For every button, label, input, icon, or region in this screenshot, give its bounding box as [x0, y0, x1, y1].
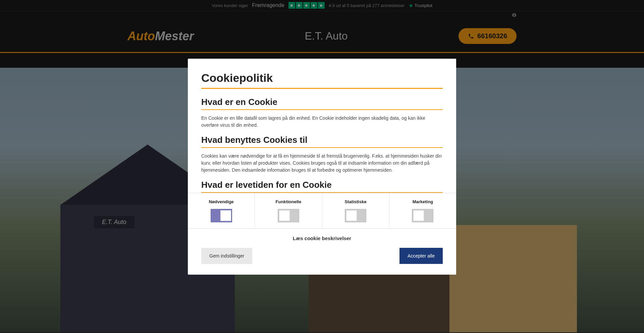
toggle-knob: [220, 210, 231, 221]
toggle-knob: [279, 210, 290, 221]
toggle-functional[interactable]: [278, 209, 299, 222]
toggle-label: Marketing: [393, 199, 453, 204]
cookie-section1-text: En Cookie er en lille datafil som lagres…: [201, 115, 443, 129]
toggle-knob: [413, 210, 424, 221]
toggle-label: Statistiske: [326, 199, 386, 204]
accept-all-button[interactable]: Accepter alle: [399, 248, 443, 264]
cookie-modal-overlay: Cookiepolitik Hvad er en Cookie En Cooki…: [0, 0, 644, 333]
toggle-item-necessary: Nødvendige: [188, 193, 255, 228]
toggle-statistical[interactable]: [345, 209, 366, 222]
cookie-modal: Cookiepolitik Hvad er en Cookie En Cooki…: [188, 59, 456, 275]
cookie-modal-content: Cookiepolitik Hvad er en Cookie En Cooki…: [188, 59, 456, 193]
toggle-item-statistical: Statistiske: [322, 193, 389, 228]
toggle-item-marketing: Marketing: [389, 193, 456, 228]
cookie-section3-title: Hvad er levetiden for en Cookie: [201, 180, 443, 193]
cookie-section2-text: Cookies kan være nødvendige for at få en…: [201, 153, 443, 174]
save-settings-button[interactable]: Gem indstillinger: [201, 248, 252, 264]
cookie-toggle-section: Nødvendige Funktionelle Statistiske Mark…: [188, 193, 456, 229]
cookie-section1-title: Hvad er en Cookie: [201, 97, 443, 110]
toggle-item-functional: Funktionelle: [255, 193, 322, 228]
toggle-necessary[interactable]: [211, 209, 232, 222]
read-cookie-descriptions-link[interactable]: Læs cookie beskrivelser: [188, 229, 456, 248]
cookie-modal-title: Cookiepolitik: [201, 71, 443, 89]
toggle-marketing[interactable]: [412, 209, 433, 222]
cookie-button-row: Gem indstillinger Accepter alle: [188, 248, 456, 275]
toggle-knob: [346, 210, 357, 221]
cookie-section2-title: Hvad benyttes Cookies til: [201, 135, 443, 148]
toggle-label: Funktionelle: [258, 199, 318, 204]
toggle-label: Nødvendige: [191, 199, 251, 204]
